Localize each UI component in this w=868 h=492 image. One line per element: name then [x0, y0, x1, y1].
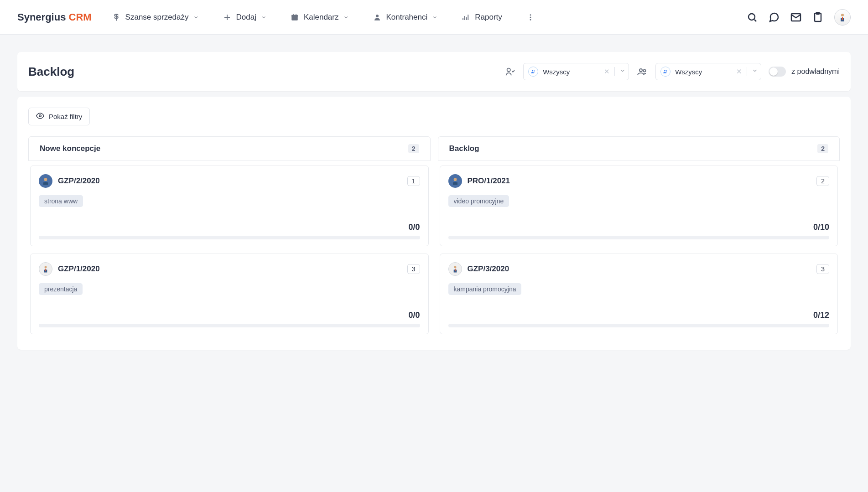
eye-icon	[36, 112, 44, 121]
nav-reports-label: Raporty	[475, 13, 502, 22]
column-new-concepts: Nowe koncepcje 2 GZP/2/2020 1 strona www	[28, 136, 431, 339]
card-progress-bar	[39, 236, 420, 239]
logo: Synergius CRM	[17, 11, 92, 23]
card-id: GZP/3/2020	[468, 264, 509, 274]
subordinates-toggle[interactable]	[769, 67, 786, 77]
card-avatar	[448, 174, 462, 188]
card-avatar	[39, 262, 52, 276]
nav-add-label: Dodaj	[236, 13, 256, 22]
chevron-down-icon	[343, 15, 349, 20]
column-count: 2	[817, 144, 828, 153]
kanban-card[interactable]: GZP/3/2020 3 kampania promocyjna 0/12	[440, 254, 838, 334]
users-icon	[528, 67, 538, 77]
card-avatar	[39, 174, 52, 188]
kanban-board: Pokaż filtry Nowe koncepcje 2 GZP/2/2020…	[17, 97, 851, 350]
card-tag: strona www	[39, 195, 83, 207]
kanban-card[interactable]: GZP/1/2020 3 prezentacja 0/0	[30, 254, 429, 334]
svg-rect-3	[296, 14, 296, 15]
clear-icon[interactable]: ✕	[736, 67, 742, 76]
column-body: GZP/2/2020 1 strona www 0/0	[28, 161, 431, 339]
chart-icon	[461, 13, 470, 22]
more-vertical-icon	[526, 13, 535, 22]
card-badge: 2	[816, 176, 829, 186]
svg-rect-13	[842, 17, 843, 20]
card-progress-text: 0/0	[39, 311, 420, 320]
card-header: GZP/3/2020 3	[448, 262, 830, 276]
svg-point-6	[530, 16, 531, 18]
svg-rect-24	[45, 269, 46, 271]
person-assign-icon[interactable]	[504, 66, 516, 78]
logo-text: Synergius	[17, 11, 66, 23]
nav-more[interactable]	[526, 13, 535, 22]
svg-point-14	[507, 68, 510, 72]
calendar-icon	[290, 13, 299, 22]
nav-reports[interactable]: Raporty	[461, 13, 502, 22]
column-title: Backlog	[449, 144, 479, 153]
plus-icon	[223, 13, 232, 22]
header-right	[747, 9, 851, 26]
logo-suffix: CRM	[69, 11, 92, 23]
nav-sales[interactable]: Szanse sprzedaży	[112, 13, 199, 22]
main-header: Synergius CRM Szanse sprzedaży Dodaj Kal…	[0, 0, 868, 35]
progress-value: 0/10	[813, 223, 829, 232]
search-icon[interactable]	[747, 12, 758, 23]
svg-point-20	[666, 70, 667, 72]
card-progress-text: 0/12	[448, 311, 830, 320]
svg-point-5	[530, 14, 531, 16]
nav-add[interactable]: Dodaj	[223, 13, 266, 22]
filter-bar-controls: Wszyscy ✕ Wszyscy ✕ z podwładnymi	[504, 63, 840, 80]
filter-group-select[interactable]: Wszyscy ✕	[655, 63, 761, 80]
nav-contractors[interactable]: Kontrahenci	[373, 13, 438, 22]
card-progress-bar	[448, 236, 830, 239]
filter-user-label: Wszyscy	[543, 68, 599, 76]
chevron-down-icon	[752, 67, 757, 76]
group-icon[interactable]	[636, 66, 648, 78]
card-tags: kampania promocyjna	[448, 283, 830, 295]
card-progress-text: 0/0	[39, 223, 420, 232]
svg-point-4	[376, 15, 379, 17]
filter-user-select[interactable]: Wszyscy ✕	[523, 63, 629, 80]
subordinates-toggle-label: z podwładnymi	[791, 67, 840, 76]
svg-point-17	[639, 69, 642, 72]
svg-rect-1	[291, 15, 298, 16]
card-badge: 3	[407, 264, 420, 274]
show-filters-button[interactable]: Pokaż filtry	[28, 108, 90, 125]
dollar-icon	[112, 13, 121, 22]
card-tags: prezentacja	[39, 283, 420, 295]
column-title: Nowe koncepcje	[40, 144, 100, 153]
page-title: Backlog	[28, 65, 74, 79]
columns: Nowe koncepcje 2 GZP/2/2020 1 strona www	[28, 136, 840, 339]
column-backlog: Backlog 2 PRO/1/2021 2 video promocyjne	[438, 136, 840, 339]
show-filters-label: Pokaż filtry	[49, 113, 82, 120]
clipboard-icon[interactable]	[812, 12, 823, 23]
svg-point-22	[44, 178, 47, 181]
mail-icon[interactable]	[790, 12, 801, 23]
svg-rect-2	[293, 14, 294, 15]
kanban-card[interactable]: GZP/2/2020 1 strona www 0/0	[30, 166, 429, 246]
card-badge: 3	[816, 264, 829, 274]
column-header[interactable]: Nowe koncepcje 2	[28, 136, 431, 161]
clear-icon[interactable]: ✕	[604, 67, 610, 76]
card-badge: 1	[407, 176, 420, 186]
card-tag: video promocyjne	[448, 195, 509, 207]
column-header[interactable]: Backlog 2	[438, 136, 840, 161]
svg-point-26	[454, 266, 456, 268]
column-body: PRO/1/2021 2 video promocyjne 0/10	[438, 161, 840, 339]
card-tag: prezentacja	[39, 283, 83, 295]
nav-calendar[interactable]: Kalendarz	[290, 13, 349, 22]
nav-calendar-label: Kalendarz	[304, 13, 339, 22]
subordinates-toggle-wrap: z podwładnymi	[769, 67, 840, 77]
nav-sales-label: Szanse sprzedaży	[125, 13, 189, 22]
card-header: GZP/2/2020 1	[39, 174, 420, 188]
svg-rect-27	[455, 269, 456, 271]
filter-bar: Backlog Wszyscy ✕ Wszyscy ✕	[17, 52, 851, 91]
column-count: 2	[408, 144, 419, 153]
kanban-card[interactable]: PRO/1/2021 2 video promocyjne 0/10	[440, 166, 838, 246]
chevron-down-icon	[619, 67, 625, 76]
chat-icon[interactable]	[769, 12, 780, 23]
user-avatar[interactable]	[834, 9, 851, 26]
filter-group-label: Wszyscy	[675, 68, 732, 76]
card-id: GZP/1/2020	[58, 264, 100, 274]
person-icon	[373, 13, 382, 22]
card-header: GZP/1/2020 3	[39, 262, 420, 276]
